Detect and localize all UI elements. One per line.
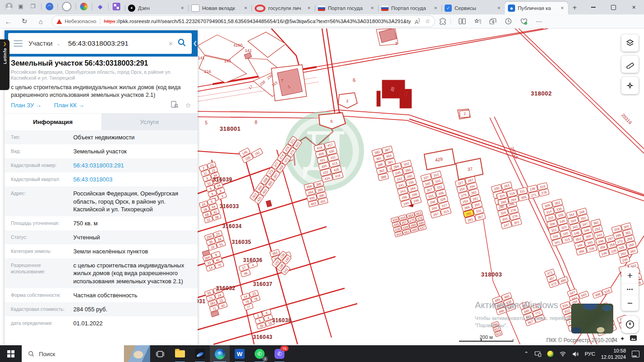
settings-menu-icon[interactable]: ⋯ xyxy=(531,18,547,25)
parcel-block[interactable]: 1423797877 xyxy=(241,290,262,310)
volume-icon[interactable] xyxy=(572,351,579,357)
map-position-icon[interactable]: ✦ xyxy=(620,335,625,342)
parcel-block[interactable]: 498518 xyxy=(592,287,612,298)
parcel-block[interactable]: 316300289361272268326359292260249 xyxy=(611,223,639,264)
basemap-image-icon[interactable] xyxy=(630,335,637,342)
parcel-block[interactable]: 245184468422238 xyxy=(199,198,221,224)
tab-close-icon[interactable]: ✕ xyxy=(243,5,248,11)
browser-essentials-icon[interactable] xyxy=(516,18,531,25)
tab-close-icon[interactable]: ✕ xyxy=(306,5,312,11)
tab-close-icon[interactable]: ✕ xyxy=(180,5,185,11)
security-label[interactable]: Небезопасно xyxy=(65,19,96,24)
tab-close-icon[interactable]: ✕ xyxy=(433,5,438,11)
parcel-block[interactable]: 2502335341551 xyxy=(204,230,226,251)
keyboard-language[interactable]: РУС xyxy=(585,351,595,357)
taskbar-clock[interactable]: 10:5812.01.2024 xyxy=(601,348,626,361)
browser-tab-pkk[interactable]: Публичная ка✕ xyxy=(505,2,568,14)
maximize-button[interactable] xyxy=(603,0,624,14)
search-input[interactable] xyxy=(67,39,165,48)
tab-close-icon[interactable]: ✕ xyxy=(559,5,565,11)
menu-hamburger-icon[interactable] xyxy=(14,40,23,47)
map-home-icon[interactable]: ⌂ xyxy=(611,335,615,342)
lotinfo-side-tab[interactable]: ❯ LotInfo xyxy=(0,39,9,90)
wifi-icon[interactable] xyxy=(559,351,566,357)
back-icon[interactable]: ← xyxy=(0,18,16,25)
parcel-block[interactable]: 4494444644634454574754764394384594894434… xyxy=(391,210,426,237)
pinned-extension-icon-1[interactable] xyxy=(46,3,53,10)
refresh-icon[interactable]: ↻ xyxy=(16,17,33,25)
clear-search-icon[interactable]: ✕ xyxy=(168,40,173,47)
satellite-basemap-thumbnail[interactable] xyxy=(571,304,613,333)
task-view-button[interactable] xyxy=(150,345,170,362)
pinned-extension-icon-3[interactable] xyxy=(80,3,88,10)
parcel-block[interactable]: 145155151 xyxy=(239,143,263,163)
search-highlight-image[interactable] xyxy=(124,345,150,362)
zoom-in-button[interactable]: + xyxy=(621,267,639,283)
collections-star-icon[interactable] xyxy=(470,18,485,25)
close-button[interactable]: ✕ xyxy=(624,0,644,14)
start-button[interactable] xyxy=(0,345,22,362)
file-explorer-icon[interactable] xyxy=(170,345,190,362)
zoom-out-button[interactable]: − xyxy=(621,295,639,311)
split-screen-icon[interactable] xyxy=(455,18,470,24)
favorite-star-icon[interactable]: ☆ xyxy=(425,18,430,24)
chevron-down-icon[interactable]: ⌄ xyxy=(57,41,60,46)
parcel-block[interactable]: 3302632852652772702802953292763032792473… xyxy=(491,181,522,229)
pinned-extension-icon-5[interactable] xyxy=(113,3,120,10)
history-icon[interactable] xyxy=(501,18,516,25)
locate-button[interactable] xyxy=(621,77,639,94)
row-value[interactable]: 56:43:0318003:291 xyxy=(73,162,124,169)
parcel-block[interactable]: 2693022452832422902412552432842562992402… xyxy=(391,160,421,207)
parcel-block[interactable]: 3423483543513433473463493533553443503563… xyxy=(566,208,597,255)
word-icon[interactable]: W xyxy=(230,345,250,362)
tab-close-icon[interactable]: ✕ xyxy=(369,5,375,11)
browser-tab-dzen[interactable]: Дзен✕ xyxy=(125,2,188,14)
panel-tab-info[interactable]: Информация xyxy=(5,114,101,130)
extensions-icon[interactable] xyxy=(435,18,450,25)
browser-tab-portal-2[interactable]: Портал госуда✕ xyxy=(378,2,441,14)
search-icon[interactable] xyxy=(177,38,186,49)
vertical-tabs-icon[interactable]: ❐ xyxy=(29,2,37,10)
tray-chevron-icon[interactable]: ⌃ xyxy=(524,351,529,357)
collapse-panel-icon[interactable]: ❮ xyxy=(193,40,197,46)
star-icon[interactable]: ☆ xyxy=(185,101,191,110)
parcel-outline[interactable] xyxy=(248,32,286,57)
parcel-cell[interactable]: 2 xyxy=(459,110,470,117)
read-aloud-icon[interactable]: A) xyxy=(415,18,420,25)
pinned-extension-icon-2[interactable] xyxy=(62,2,71,11)
zoom-more-button[interactable]: ••• xyxy=(621,283,639,295)
notification-center-icon[interactable] xyxy=(632,351,639,357)
parcel-block[interactable]: 3272872542942752622532612662502913312813… xyxy=(455,176,486,224)
lotinfo-expand-icon[interactable]: ❯ xyxy=(3,42,7,46)
viber-icon[interactable]: ✆ 76 xyxy=(270,345,289,362)
parcel-block[interactable]: 3373123403333073323213062963283043172973… xyxy=(421,171,451,218)
url-field[interactable]: Небезопасно https ://pkk.rosreestr.ru/#/… xyxy=(52,15,435,27)
my-location-button[interactable] xyxy=(621,316,639,333)
minimize-button[interactable] xyxy=(583,0,603,14)
whatsapp-icon[interactable]: ✆ 3 xyxy=(250,345,270,362)
taskbar-search[interactable]: Поиск xyxy=(22,345,150,362)
row-value[interactable]: 56:43:0318003 xyxy=(73,176,113,183)
new-tab-button[interactable]: + xyxy=(573,4,577,12)
browser-tab-portal-1[interactable]: Портал госуда✕ xyxy=(315,2,378,14)
tab-close-icon[interactable]: ✕ xyxy=(496,5,502,11)
plan-kk-link[interactable]: План КК → xyxy=(54,102,85,109)
collections-add-icon[interactable] xyxy=(485,18,501,25)
home-icon[interactable]: ⌂ xyxy=(33,18,49,25)
tab-stack-icon[interactable]: ▣ xyxy=(17,2,25,10)
swoosh-app-icon[interactable] xyxy=(190,345,210,362)
tray-cast-icon[interactable] xyxy=(535,351,541,357)
edge-taskbar-icon[interactable] xyxy=(210,345,230,362)
measure-ruler-button[interactable] xyxy=(621,56,639,73)
doc-search-icon[interactable] xyxy=(171,101,179,110)
search-category-dropdown[interactable]: Участки xyxy=(28,40,52,47)
browser-tab-servisy[interactable]: Сервисы✕ xyxy=(441,2,505,14)
tray-antivirus-icon[interactable] xyxy=(547,351,554,357)
profile-avatar-icon[interactable] xyxy=(5,3,13,10)
pinned-extension-icon-4[interactable]: ◆ xyxy=(96,3,104,10)
browser-tab-gosuslugi[interactable]: госуслуги лич✕ xyxy=(251,2,315,14)
layers-button[interactable] xyxy=(621,34,639,52)
parcel-block[interactable]: 26543915 xyxy=(253,309,275,329)
parcel-block[interactable]: 3093523143393103353083453223233343203413… xyxy=(542,199,573,246)
browser-tab-newtab[interactable]: Новая вкладк✕ xyxy=(188,2,251,14)
